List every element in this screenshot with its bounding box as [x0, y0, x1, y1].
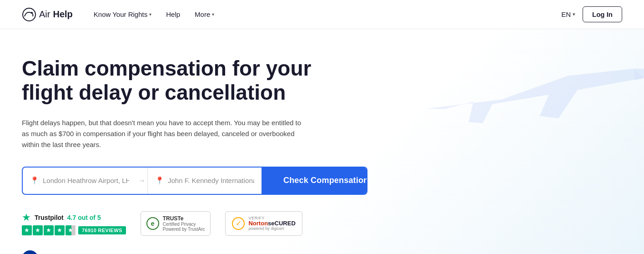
star-1: ★: [22, 225, 32, 235]
search-bar: 📍 → 📍 Check Compensation: [22, 167, 367, 195]
language-selector[interactable]: EN ▾: [561, 10, 575, 18]
location-icon: 📍: [155, 176, 164, 185]
trustpilot-review-count: 76910 REVIEWS: [78, 226, 126, 234]
norton-check-icon: ✓: [232, 217, 245, 230]
chevron-down-icon: ▾: [212, 12, 214, 17]
truste-badge: e TRUSTe Certified Privacy Powered by Tr…: [141, 211, 211, 236]
nav-right: EN ▾ Log In: [561, 6, 622, 22]
trustpilot-label: Trustpilot: [35, 214, 64, 221]
eu-flag-icon: 🇪🇺: [22, 250, 38, 254]
nav-items: Know Your Rights ▾ Help More ▾: [87, 7, 561, 22]
truste-icon: e: [146, 217, 159, 230]
navbar: AirHelp Know Your Rights ▾ Help More ▾ E…: [0, 0, 644, 29]
destination-input[interactable]: [168, 177, 254, 184]
origin-field[interactable]: 📍: [23, 168, 136, 194]
trust-bar: ★ Trustpilot 4.7 out of 5 ★ ★ ★ ★ ★: [22, 211, 367, 254]
hero-content: Claim compensation for your flight delay…: [22, 56, 367, 254]
hero-title: Claim compensation for your flight delay…: [22, 56, 331, 105]
location-icon: 📍: [30, 176, 39, 185]
chevron-down-icon: ▾: [573, 11, 575, 17]
truste-text: TRUSTe Certified Privacy Powered by Trus…: [163, 215, 205, 232]
logo[interactable]: AirHelp: [22, 7, 73, 22]
trustpilot-badge: ★ Trustpilot 4.7 out of 5 ★ ★ ★ ★ ★: [22, 212, 126, 235]
svg-point-0: [23, 8, 35, 21]
hero-subtitle: Flight delays happen, but that doesn't m…: [22, 117, 304, 150]
norton-text: VERIFY Norton seCURED powered by digicer…: [248, 216, 295, 231]
origin-input[interactable]: [43, 177, 129, 184]
destination-field[interactable]: 📍: [148, 168, 262, 194]
nav-know-your-rights[interactable]: Know Your Rights ▾: [87, 7, 158, 22]
chevron-down-icon: ▾: [149, 12, 151, 17]
star-4: ★: [55, 225, 65, 235]
trustpilot-stars: ★ ★ ★ ★ ★: [22, 225, 75, 235]
nav-more[interactable]: More ▾: [188, 7, 221, 22]
plane-illustration: [417, 47, 644, 152]
star-5: ★: [65, 225, 75, 235]
star-2: ★: [33, 225, 43, 235]
norton-badge: ✓ VERIFY Norton seCURED powered by digic…: [225, 211, 302, 236]
svg-point-1: [31, 12, 33, 14]
nav-help[interactable]: Help: [160, 7, 186, 22]
trustpilot-star-icon: ★: [22, 212, 31, 224]
trustpilot-rating: 4.7 out of 5: [67, 214, 101, 221]
arrow-divider: →: [136, 168, 148, 194]
eu-regulation-badge: 🇪🇺 AirHelp enforces EC 261 Regulation: [22, 250, 145, 254]
login-button[interactable]: Log In: [583, 6, 622, 22]
hero-section: Claim compensation for your flight delay…: [0, 29, 644, 254]
check-compensation-button[interactable]: Check Compensation: [262, 168, 367, 194]
star-3: ★: [44, 225, 54, 235]
